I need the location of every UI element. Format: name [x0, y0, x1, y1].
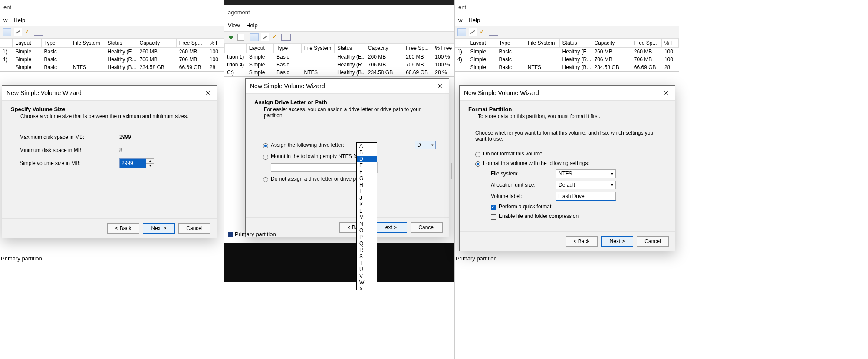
radio-format-settings[interactable] [475, 161, 480, 167]
drive-letter-option[interactable]: T [357, 260, 377, 267]
toolbar-check-icon[interactable] [272, 34, 279, 41]
close-icon[interactable]: × [436, 82, 444, 90]
drive-letter-option[interactable]: U [357, 267, 377, 273]
drive-letter-option[interactable]: E [357, 162, 377, 169]
help-icon[interactable] [237, 34, 244, 41]
menu-view[interactable]: w [458, 17, 462, 23]
col-status[interactable]: Status [105, 38, 137, 48]
table-row[interactable]: Simple Basic NTFS Healthy (B... 234.58 G… [0, 63, 224, 71]
drive-letter-dropdown[interactable]: ABDEFGHIJKLMNOPQRSTUVWXYZ [356, 142, 377, 290]
checkbox-quick-format[interactable] [491, 205, 496, 210]
col-type[interactable]: Type [42, 38, 70, 48]
volume-label-input[interactable] [556, 192, 616, 201]
menu-view[interactable]: View [228, 22, 240, 29]
toolbar-window-icon[interactable] [3, 28, 11, 36]
col-blank[interactable] [455, 38, 467, 48]
col-layout[interactable]: Layout [13, 38, 41, 48]
col-type[interactable]: Type [274, 43, 301, 53]
radio-do-not-format[interactable] [475, 152, 480, 157]
col-blank[interactable] [0, 38, 13, 48]
drive-letter-option[interactable]: S [357, 254, 377, 260]
col-capacity[interactable]: Capacity [365, 43, 403, 53]
table-row[interactable]: 4) Simple Basic Healthy (R... 706 MB 706… [0, 56, 224, 63]
next-button[interactable]: Next > [143, 223, 175, 234]
back-button[interactable]: < Back [566, 236, 598, 247]
drive-letter-option[interactable]: Q [357, 240, 377, 247]
drive-letter-option[interactable]: H [357, 182, 377, 188]
toolbar-wand-icon[interactable] [261, 33, 269, 41]
drive-letter-option[interactable]: I [357, 188, 377, 195]
cancel-button[interactable]: Cancel [637, 236, 669, 247]
drive-letter-option[interactable]: F [357, 169, 377, 175]
col-freespace[interactable]: Free Sp... [631, 38, 662, 48]
toolbar-box-icon[interactable] [281, 34, 291, 41]
toolbar-check-icon[interactable] [479, 29, 486, 36]
table-row[interactable]: tition 1) Simple Basic Healthy (E... 260… [224, 53, 454, 61]
drive-letter-option[interactable]: M [357, 214, 377, 221]
menu-help[interactable]: Help [468, 17, 480, 23]
drive-letter-option[interactable]: L [357, 208, 377, 214]
table-row[interactable]: Simple Basic NTFS Healthy (B... 234.58 G… [455, 63, 679, 71]
col-filesystem[interactable]: File System [302, 43, 335, 53]
allocation-select[interactable]: Default▾ [556, 181, 616, 189]
drive-letter-option[interactable]: W [357, 280, 377, 286]
cancel-button[interactable]: Cancel [411, 222, 443, 233]
volume-size-input[interactable] [119, 158, 146, 168]
next-button[interactable]: Next > [601, 236, 633, 247]
drive-letter-option[interactable]: X [357, 286, 377, 290]
table-row[interactable]: 4) Simple Basic Healthy (R... 706 MB 706… [455, 56, 679, 63]
drive-letter-option[interactable]: B [357, 149, 377, 156]
drive-letter-option[interactable]: N [357, 221, 377, 227]
col-pctfree[interactable]: % F [207, 38, 224, 48]
menu-view[interactable]: w [3, 17, 7, 23]
toolbar-box-icon[interactable] [34, 29, 43, 36]
spinner-arrows-icon[interactable]: ▴▾ [146, 158, 154, 168]
table-row[interactable]: 1) Simple Basic Healthy (E... 260 MB 260… [0, 48, 224, 56]
col-layout[interactable]: Layout [467, 38, 496, 48]
col-freespace[interactable]: Free Sp... [403, 43, 432, 53]
col-pctfree[interactable]: % Free [432, 43, 454, 53]
col-pctfree[interactable]: % F [662, 38, 679, 48]
col-status[interactable]: Status [560, 38, 592, 48]
drive-letter-option[interactable]: R [357, 247, 377, 254]
table-row[interactable]: tition 4) Simple Basic Healthy (R... 706… [224, 61, 454, 69]
drive-letter-option[interactable]: K [357, 201, 377, 208]
volume-size-stepper[interactable]: ▴▾ [119, 158, 154, 168]
radio-assign-letter[interactable] [263, 143, 268, 148]
minimize-icon[interactable]: — [443, 8, 451, 17]
col-capacity[interactable]: Capacity [137, 38, 177, 48]
drive-letter-option[interactable]: D [357, 156, 377, 162]
col-layout[interactable]: Layout [247, 43, 274, 53]
close-icon[interactable]: × [662, 89, 671, 97]
drive-letter-option[interactable]: J [357, 195, 377, 201]
refresh-icon[interactable] [227, 33, 235, 41]
toolbar-wand-icon[interactable] [14, 28, 22, 36]
col-capacity[interactable]: Capacity [592, 38, 631, 48]
toolbar-box-icon[interactable] [489, 29, 498, 36]
table-row[interactable]: C:) Simple Basic NTFS Healthy (B... 234.… [224, 69, 454, 76]
radio-mount-folder[interactable] [263, 155, 268, 160]
col-type[interactable]: Type [496, 38, 525, 48]
col-blank[interactable] [224, 43, 247, 53]
drive-letter-option[interactable]: P [357, 234, 377, 240]
menu-help[interactable]: Help [246, 22, 258, 29]
table-row[interactable]: 1) Simple Basic Healthy (E... 260 MB 260… [455, 48, 679, 56]
next-button[interactable]: ext > [375, 222, 407, 233]
close-icon[interactable]: × [204, 89, 212, 97]
toolbar-wand-icon[interactable] [469, 28, 477, 36]
drive-letter-option[interactable]: G [357, 175, 377, 182]
toolbar-window-icon[interactable] [250, 33, 259, 41]
toolbar-window-icon[interactable] [457, 28, 466, 36]
col-status[interactable]: Status [335, 43, 365, 53]
back-button[interactable]: < Back [107, 223, 139, 234]
col-filesystem[interactable]: File System [70, 38, 105, 48]
menu-help[interactable]: Help [13, 17, 25, 23]
radio-no-letter[interactable] [263, 177, 268, 182]
drive-letter-option[interactable]: A [357, 143, 377, 149]
col-freespace[interactable]: Free Sp... [177, 38, 207, 48]
toolbar-check-icon[interactable] [24, 29, 31, 36]
mount-path-input[interactable] [271, 163, 358, 172]
checkbox-compression[interactable] [491, 214, 496, 220]
filesystem-select[interactable]: NTFS▾ [556, 169, 616, 178]
drive-letter-select[interactable]: D ▾ [415, 141, 436, 149]
